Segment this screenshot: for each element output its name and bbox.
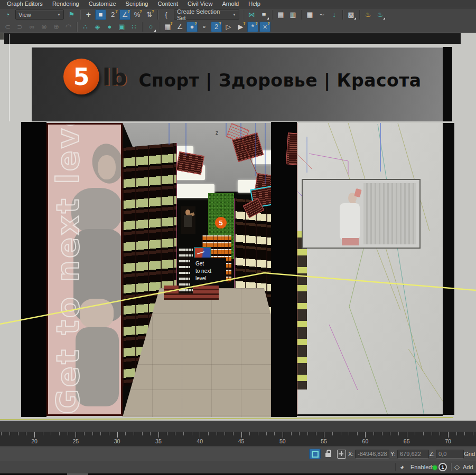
ruler-tick [456,432,457,435]
signboard-edge [443,47,452,121]
glass-wash-overlay [303,180,419,248]
toggle-scene-explorer-glyph: ▤ [277,11,284,18]
trackbar-frame-label: 45 [235,438,248,444]
mirror-glyph: ⋈ [248,11,255,18]
keys-snap-icon[interactable]: *? [247,22,258,32]
x-snap-icon[interactable]: ×? [259,22,270,32]
edit-named-selections-icon[interactable]: { [161,10,172,20]
toolbar-separator [142,22,143,32]
schematic-view-icon[interactable]: ↓ [329,10,340,20]
unlink-selection-glyph: ⊃ [17,23,23,30]
select-and-move-icon[interactable]: + [83,10,94,20]
spinner-snap-icon[interactable]: ⇅? [144,10,155,20]
snaps-toggle-glyph: 2 [111,11,115,18]
pie-rotate-icon[interactable]: ◔ [2,10,13,20]
view-dropdown[interactable]: View▼ [15,10,64,20]
region-select-glyph: ▣ [118,23,125,30]
material-editor-icon[interactable]: ▩ [346,10,357,20]
trackbar-frame-label: 65 [400,438,413,444]
left-door-pillar [21,122,46,417]
render-sphere-icon[interactable]: ◕ [400,463,404,471]
axis-constraint-icon[interactable]: 2? [211,22,222,32]
ruler-tick [464,432,465,435]
snaps-toggle-icon[interactable]: 2? [107,10,118,20]
menu-customize[interactable]: Customize [84,0,121,8]
ruler-tick [134,432,134,435]
x-coordinate-field[interactable]: -84946,828 [355,450,389,459]
angle-snap-icon[interactable]: ∠? [119,10,130,20]
ruler-major-tick [76,432,76,438]
status-bar-bottom: ◕ Enabled: 1 ◇ Add [0,461,476,473]
percent-snap-icon[interactable]: %? [132,10,143,20]
grid-snap-icon[interactable]: ▦? [162,22,173,32]
unbind-glyph: ⊗ [41,23,47,30]
z-axis-label: z [216,130,218,136]
track-bar-ruler[interactable]: 2025303540455055606570 [0,432,476,446]
count-badge[interactable]: 1 [438,463,447,471]
ruler-tick [258,432,258,435]
signboard-title: Спорт | Здоровье | Красота [137,70,423,91]
cone-gizmo-icon[interactable]: ▶? [235,22,246,32]
trackbar-frame-label: 50 [276,438,289,444]
menu-help[interactable]: Help [244,0,265,8]
toggle-ribbon-icon[interactable]: ▦ [304,10,315,20]
toolbar-separator [80,10,80,20]
region-select-icon[interactable]: ▣ [116,22,127,32]
align-icon[interactable]: ≡ [258,10,269,20]
perspective-viewport[interactable]: 5 lb Спорт | Здоровье | Красота Get to n… [0,33,476,421]
keyframe-flags-icon[interactable]: ⚑ [66,10,77,20]
snap-badge: ? [139,9,142,14]
snap-points-glyph: ∴ [83,23,87,30]
glass-wall [297,123,443,416]
add-diamond-icon[interactable]: ◇ [454,463,460,471]
curve-editor-icon[interactable]: ~ [316,10,328,20]
render-setup-icon[interactable]: ♨ [362,10,374,20]
angle-measure-icon[interactable]: ∠ [174,22,185,32]
circle-array-icon[interactable]: ○ [145,22,156,32]
selection-lock-icon[interactable] [325,453,331,457]
menu-content[interactable]: Content [153,0,183,8]
isolate-selection-toggle[interactable] [309,449,321,459]
y-label: Y: [390,451,396,457]
y-coordinate-field[interactable]: 679,622 [397,450,429,459]
menu-civil-view[interactable]: Civil View [183,0,217,8]
rendered-frame-icon[interactable]: ♨ [375,10,386,20]
right-door-pillar [271,122,297,417]
ruler-major-tick [34,432,35,438]
pivot-snap-glyph: ● [190,23,194,30]
snap-points-icon[interactable]: ∴ [80,22,91,32]
absolute-mode-icon[interactable] [337,450,346,459]
triangle-gizmo-icon[interactable]: ▷ [223,22,234,32]
moss-wall-logo: 5 [215,217,227,229]
diamond-gizmo-glyph: ◈ [95,23,100,30]
menu-rendering[interactable]: Rendering [48,0,84,8]
menu-graph-editors[interactable]: Graph Editors [2,0,48,8]
mirror-icon[interactable]: ⋈ [246,10,257,20]
status-bar: X: -84946,828 Y: 679,622 Z: 0,0 Grid [0,446,476,461]
toggle-scene-explorer-icon[interactable]: ▤ [275,10,286,20]
sphere-gizmo-icon[interactable]: ● [104,22,115,32]
z-coordinate-field[interactable]: 0,0 [436,450,464,459]
menu-arnold[interactable]: Arnold [217,0,244,8]
time-slider-track[interactable] [0,421,476,432]
axis-points-icon[interactable]: ∷ [128,22,139,32]
pivot-snap-icon[interactable]: ●? [186,22,198,32]
shelf-glimpse [297,231,307,390]
ruler-tick [10,432,10,435]
bind-to-space-warp-glyph: ∞ [30,23,34,30]
add-label[interactable]: Add [463,464,473,470]
diamond-gizmo-icon[interactable]: ◈ [92,22,103,32]
toggle-layer-explorer-icon[interactable]: ▥ [287,10,298,20]
render-setup-glyph: ♨ [365,11,371,18]
ruler-tick [357,432,358,435]
link-offset-icon[interactable]: ∘ [199,22,210,32]
create-selection-set-dropdown[interactable]: Create Selection Set▼ [174,10,239,20]
ruler-tick [109,432,109,435]
select-object-icon[interactable]: ■ [95,10,106,20]
ruler-tick [142,432,143,435]
trackbar-frame-label: 20 [28,438,41,444]
align-glyph: ≡ [262,11,266,18]
menu-scripting[interactable]: Scripting [121,0,153,8]
snap-badge: ? [170,21,173,26]
store-logo: 5 [63,59,99,94]
